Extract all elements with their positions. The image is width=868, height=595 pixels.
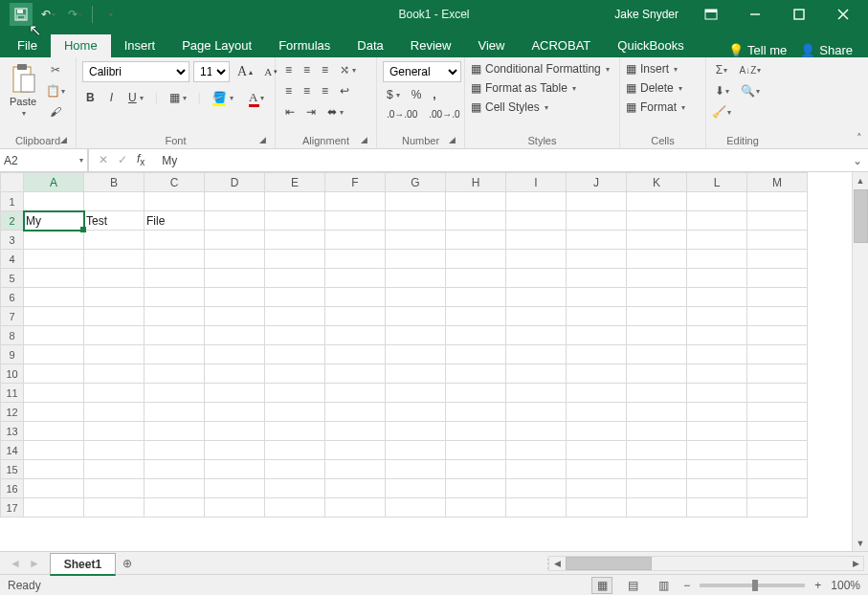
copy-button[interactable]: 📋▾ [46,82,65,99]
cell[interactable] [506,498,567,518]
number-format-select[interactable]: General [383,61,461,82]
cell[interactable] [386,384,446,403]
cell[interactable] [687,498,747,518]
bold-button[interactable]: B [82,89,99,106]
cell[interactable] [84,498,145,518]
row-header[interactable]: 15 [1,460,24,479]
zoom-out-button[interactable]: − [683,579,690,592]
cell[interactable] [627,364,687,384]
cell[interactable] [386,422,446,441]
cell[interactable] [687,326,747,345]
cell[interactable] [84,384,145,403]
row-header[interactable]: 5 [1,269,24,288]
new-sheet-button[interactable]: ⊕ [116,557,139,570]
insert-function-icon[interactable]: fx [137,152,145,167]
cell[interactable] [24,288,84,307]
cell[interactable] [506,460,567,479]
cell[interactable] [386,345,446,364]
cell[interactable] [567,345,627,364]
cell[interactable] [687,288,747,307]
zoom-slider[interactable] [700,584,805,587]
delete-cells-button[interactable]: ▦ Delete▾ [626,80,685,96]
cell[interactable] [265,384,325,403]
cell[interactable] [325,460,386,479]
cell[interactable] [506,422,567,441]
cell[interactable] [24,231,84,250]
cell[interactable] [24,498,84,518]
cell[interactable] [265,403,325,422]
cell[interactable] [84,250,145,269]
cell[interactable] [145,441,205,460]
scroll-up-icon[interactable]: ▲ [853,172,868,188]
cell[interactable] [386,460,446,479]
cell[interactable] [265,231,325,250]
cell[interactable] [145,498,205,518]
cell[interactable] [687,403,747,422]
cell[interactable] [627,288,687,307]
underline-button[interactable]: U▾ [124,89,147,106]
row-header[interactable]: 3 [1,231,24,250]
cell[interactable] [567,326,627,345]
cell[interactable] [747,250,808,269]
cell[interactable] [747,460,808,479]
align-middle[interactable]: ≡ [300,61,314,78]
cell[interactable] [386,403,446,422]
cell[interactable] [747,231,808,250]
cell[interactable] [24,384,84,403]
cell[interactable] [325,422,386,441]
column-header[interactable]: J [567,173,627,192]
cell[interactable] [446,460,506,479]
cell[interactable] [506,288,567,307]
cell[interactable] [84,422,145,441]
cell[interactable] [386,192,446,211]
cell[interactable] [446,211,506,231]
cell[interactable] [506,326,567,345]
cell[interactable] [84,460,145,479]
row-header[interactable]: 13 [1,422,24,441]
page-layout-view-button[interactable]: ▤ [622,577,643,594]
row-header[interactable]: 9 [1,345,24,364]
cancel-formula-icon[interactable]: ✕ [99,153,108,166]
cell[interactable] [145,326,205,345]
cell[interactable] [84,403,145,422]
cell[interactable] [687,384,747,403]
cell[interactable] [446,364,506,384]
cell[interactable] [627,231,687,250]
cell[interactable] [145,479,205,498]
cell[interactable] [84,307,145,326]
cell[interactable] [84,345,145,364]
cell[interactable] [506,479,567,498]
cell[interactable] [265,326,325,345]
cut-button[interactable]: ✂ [46,61,65,78]
cell[interactable] [24,403,84,422]
user-name[interactable]: Jake Snyder [605,8,688,21]
cell[interactable] [265,269,325,288]
column-header[interactable]: F [325,173,386,192]
cell[interactable] [24,364,84,384]
cell[interactable] [325,211,386,231]
cell[interactable] [506,250,567,269]
cell[interactable] [84,231,145,250]
cell[interactable] [265,211,325,231]
row-header[interactable]: 8 [1,326,24,345]
cell[interactable] [325,498,386,518]
paste-button[interactable]: Paste▾ [6,61,40,120]
cell[interactable] [687,479,747,498]
cell[interactable] [747,269,808,288]
hscroll-thumb[interactable] [566,557,652,570]
sort-filter-button[interactable]: A↓Z▾ [741,61,760,78]
cell[interactable] [205,231,265,250]
column-header[interactable]: M [747,173,808,192]
zoom-level[interactable]: 100% [831,579,860,592]
cell[interactable] [446,403,506,422]
cell[interactable] [567,250,627,269]
tab-view[interactable]: View [464,34,518,57]
cell[interactable] [627,192,687,211]
align-left[interactable]: ≡ [281,82,296,99]
cell[interactable] [205,345,265,364]
column-header[interactable]: B [84,173,145,192]
cell[interactable] [386,441,446,460]
cell[interactable] [325,192,386,211]
cell[interactable] [325,441,386,460]
cell[interactable] [446,192,506,211]
